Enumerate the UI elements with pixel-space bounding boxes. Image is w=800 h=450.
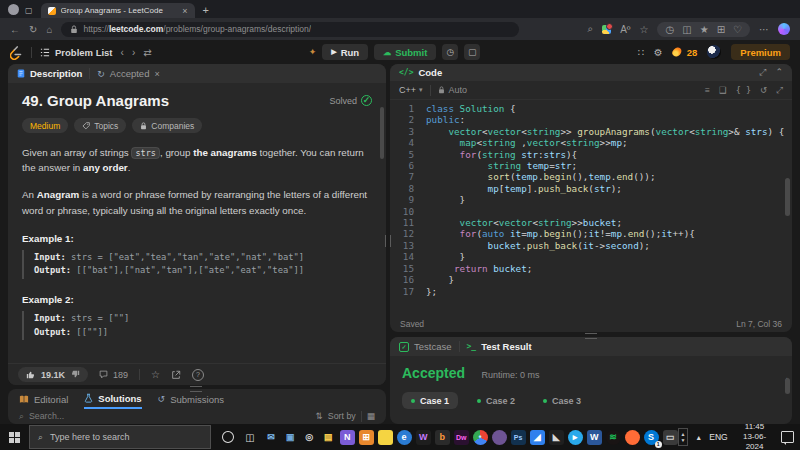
file-explorer-icon[interactable]: ▤ <box>321 430 336 445</box>
thumbs-down-icon[interactable] <box>71 370 80 379</box>
collapse-icon[interactable]: ⌃ <box>775 67 783 78</box>
collections-icon[interactable]: ⊞ <box>717 24 725 35</box>
streak-count[interactable]: 28 <box>687 47 698 58</box>
edge-icon[interactable]: e <box>397 430 412 445</box>
problem-list-button[interactable]: Problem List <box>40 47 113 58</box>
case-tab-1[interactable]: Case 1 <box>402 392 458 409</box>
more-options-icon[interactable]: ⋯ <box>759 24 769 35</box>
code-line[interactable]: 2public: <box>390 114 792 125</box>
solutions-search-input[interactable]: Search... <box>29 411 64 421</box>
result-scrollbar[interactable] <box>785 378 790 394</box>
comments-button[interactable]: 189 <box>99 370 128 380</box>
vscode-icon[interactable]: ◢ <box>530 430 545 445</box>
refresh-icon[interactable]: ↻ <box>29 24 37 35</box>
code-line[interactable]: 3 vector<vector<string>> groupAnagrams(v… <box>390 126 792 137</box>
read-aloud-icon[interactable]: Aº <box>620 24 630 35</box>
tab-solutions[interactable]: Solutions <box>84 389 141 409</box>
next-problem-icon[interactable]: › <box>132 47 135 58</box>
github-desktop-icon[interactable] <box>492 430 507 445</box>
code-line[interactable]: 15 return bucket; <box>390 263 792 274</box>
toolbar-scroll-icon[interactable]: ▲▼ <box>678 428 689 446</box>
code-line[interactable]: 5 for(string str:strs){ <box>390 149 792 160</box>
maximize-icon[interactable]: ⤢ <box>759 67 766 78</box>
tab-accepted[interactable]: ↻ Accepted × <box>97 68 159 79</box>
favorites-bar-icon[interactable]: ★ <box>700 24 709 35</box>
run-button[interactable]: ▶Run <box>322 44 368 60</box>
user-avatar[interactable] <box>707 45 721 59</box>
case-tab-3[interactable]: Case 3 <box>534 392 590 409</box>
remote-desktop-icon[interactable]: ▭ <box>663 430 678 445</box>
shuffle-icon[interactable]: ⇄ <box>143 47 151 58</box>
help-icon[interactable]: ? <box>192 369 204 381</box>
code-line[interactable]: 10 <box>390 206 792 217</box>
mail-icon[interactable]: ✉ <box>264 430 279 445</box>
code-line[interactable]: 14 } <box>390 251 792 262</box>
code-line[interactable]: 12 for(auto it=mp.begin();it!=mp.end();i… <box>390 228 792 239</box>
tab-submissions[interactable]: ↺ Submissions <box>158 394 224 405</box>
action-center-icon[interactable] <box>781 431 794 443</box>
horizontal-resize-handle[interactable] <box>190 386 202 392</box>
browser-essentials-icon[interactable]: ♡ <box>733 24 742 35</box>
code-line[interactable]: 11 vector<vector<string>>bucket; <box>390 217 792 228</box>
case-tab-2[interactable]: Case 2 <box>468 392 524 409</box>
sort-by-button[interactable]: ⇅Sort by▦ <box>315 411 375 422</box>
chrome-icon[interactable]: • <box>473 430 488 445</box>
horizontal-resize-handle[interactable] <box>585 333 597 339</box>
companies-badge[interactable]: Companies <box>132 118 202 133</box>
streak-flame-icon[interactable] <box>670 46 683 59</box>
webstorm-icon[interactable]: W <box>416 430 431 445</box>
photoshop-icon[interactable]: Ps <box>511 430 526 445</box>
word-icon[interactable]: W <box>587 430 602 445</box>
tab-description[interactable]: Description <box>17 68 82 79</box>
code-line[interactable]: 8 mp[temp].push_back(str); <box>390 183 792 194</box>
vertical-resize-handle[interactable] <box>385 235 391 247</box>
favorite-icon[interactable]: ☆ <box>151 369 160 380</box>
spotify-icon[interactable]: ≋ <box>606 430 621 445</box>
hidden-icons-chevron[interactable]: ▲ <box>695 434 702 441</box>
url-bar[interactable]: https://leetcode.com/problems/group-anag… <box>61 22 519 37</box>
timer-icon[interactable]: ◷ <box>442 44 458 60</box>
blender-icon[interactable]: b <box>435 430 450 445</box>
premium-button[interactable]: Premium <box>731 44 790 60</box>
prev-problem-icon[interactable]: ‹ <box>121 47 124 58</box>
difficulty-badge[interactable]: Medium <box>22 118 68 133</box>
photos-icon[interactable]: ▣ <box>283 430 298 445</box>
topics-badge[interactable]: Topics <box>74 118 126 133</box>
telegram-icon[interactable]: ▸ <box>568 430 583 445</box>
taskbar-search[interactable]: ⌕ Type here to search <box>29 425 211 449</box>
new-tab-button[interactable]: + <box>203 4 209 16</box>
tab-test-result[interactable]: >_Test Result <box>467 341 532 352</box>
description-content[interactable]: 49. Group Anagrams Solved✓ Medium Topics… <box>8 83 386 355</box>
history-icon[interactable]: ◷ <box>665 24 674 35</box>
cortana-icon[interactable] <box>222 431 234 443</box>
skype-icon[interactable]: S1 <box>644 430 659 445</box>
store-icon[interactable]: ⊞ <box>359 430 374 445</box>
tab-close-icon[interactable]: × <box>182 6 187 16</box>
clock[interactable]: 11:4513-06-2024 <box>735 422 775 450</box>
leetcode-logo[interactable] <box>10 45 23 60</box>
bookmark-icon[interactable]: ❑ <box>719 85 727 96</box>
notes-icon[interactable]: ▢ <box>464 44 480 60</box>
home-icon[interactable]: ⌂ <box>46 24 52 35</box>
language-select[interactable]: C++▾ <box>399 85 423 95</box>
close-tab-icon[interactable]: × <box>154 69 159 79</box>
submit-button[interactable]: ☁Submit <box>374 44 436 60</box>
code-scrollbar[interactable] <box>785 178 790 216</box>
description-scrollbar[interactable] <box>380 107 384 159</box>
fullscreen-icon[interactable]: ⤢ <box>776 85 783 96</box>
split-screen-icon[interactable]: ◫ <box>682 24 691 35</box>
sticky-notes-icon[interactable] <box>378 430 393 445</box>
browser-profile-avatar[interactable] <box>8 4 19 15</box>
code-line[interactable]: 7 sort(temp.begin(),temp.end()); <box>390 171 792 182</box>
task-view-icon[interactable]: ◫ <box>245 432 254 443</box>
settings-gear-icon[interactable]: ⚙ <box>654 47 663 58</box>
language-indicator[interactable]: ENG <box>709 432 727 442</box>
code-editor[interactable]: 1class Solution {2public:3 vector<vector… <box>390 100 792 316</box>
browser-tab[interactable]: Group Anagrams - LeetCode × <box>41 3 195 18</box>
start-button[interactable] <box>9 432 20 443</box>
debugger-icon[interactable]: ✦ <box>309 47 317 57</box>
workspaces-icon[interactable]: ▢ <box>25 6 33 15</box>
tab-testcase[interactable]: ✓Testcase <box>399 341 452 352</box>
thumbs-up-icon[interactable] <box>26 370 35 379</box>
code-line[interactable]: 17}; <box>390 286 792 297</box>
